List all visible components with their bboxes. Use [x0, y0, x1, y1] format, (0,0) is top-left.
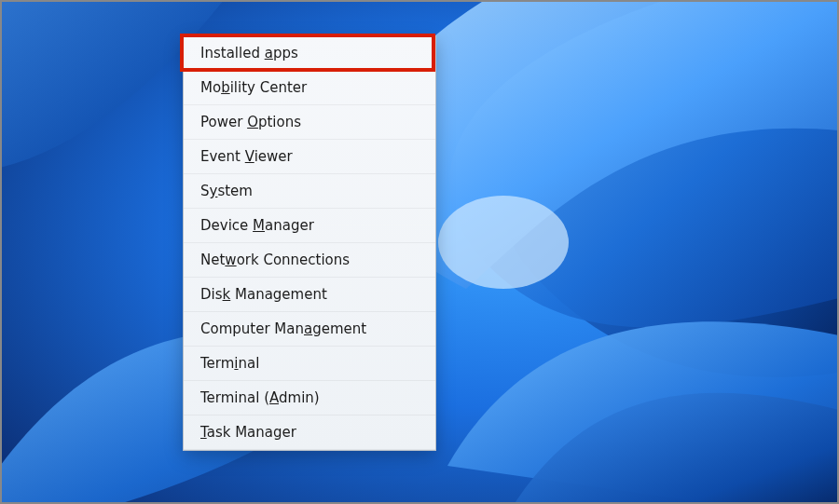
screenshot-frame — [0, 0, 839, 504]
